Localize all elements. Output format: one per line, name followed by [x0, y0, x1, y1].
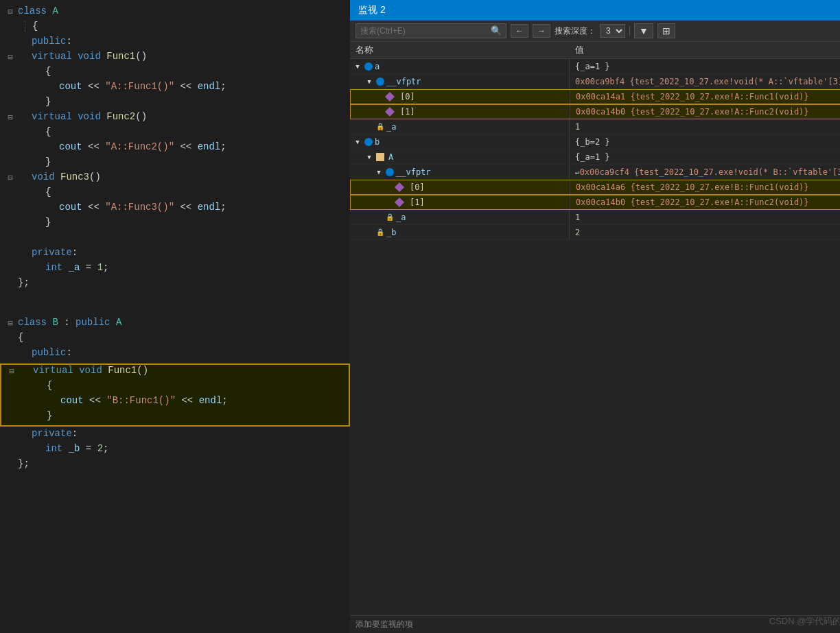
code-line: {: [1, 380, 349, 395]
code-line: }: [1, 410, 349, 425]
toolbar-divider: [629, 26, 630, 36]
tree-row-vfptr-a-1[interactable]: [1] 0x00ca14b0 {test_2022_10_27.exe!A::F…: [350, 104, 840, 119]
code-line: private:: [0, 247, 350, 262]
tree-cell-name: a: [350, 59, 570, 73]
type-icon: [395, 198, 404, 207]
code-editor: ⊟ class A { public: ⊟ virtual void Func1…: [0, 0, 350, 633]
watch-panel: 监视 2 🔍 ← → 搜索深度： 3 1 2 4 5 ▼ ⊞ 名称: [350, 0, 840, 633]
nav-back-button[interactable]: ←: [511, 24, 528, 38]
tree-cell-name: __vfptr: [350, 74, 570, 88]
code-gap: [0, 292, 350, 317]
watermark: CSDN @学代码的咸鱼: [769, 615, 840, 628]
code-line: int _a = 1;: [0, 262, 350, 277]
tree-row-b[interactable]: b {_b=2 }: [350, 134, 840, 150]
code-line: {: [0, 332, 350, 347]
tree-cell-name: b: [350, 134, 570, 149]
expand-icon: [374, 213, 384, 222]
code-line: public:: [0, 36, 350, 51]
expand-icon: [375, 107, 384, 117]
tree-row-b-A-vfptr[interactable]: __vfptr ↵ 0x00ca9cf4 {test_2022_10_27.ex…: [350, 165, 840, 180]
code-line: }: [0, 217, 350, 232]
watch-panel-container: 监视 2 🔍 ← → 搜索深度： 3 1 2 4 5 ▼ ⊞ 名称: [350, 0, 840, 633]
expand-icon[interactable]: [353, 62, 362, 71]
search-depth-select[interactable]: 3 1 2 4 5: [600, 24, 625, 38]
watch-toolbar: 🔍 ← → 搜索深度： 3 1 2 4 5 ▼ ⊞: [350, 21, 840, 42]
header-name: 名称: [350, 44, 570, 56]
code-line: ⊟ virtual void Func2(): [0, 111, 350, 126]
tree-cell-name: 🔒 _b: [350, 225, 570, 239]
type-icon: [376, 77, 384, 86]
type-icon: [385, 107, 395, 117]
type-icon: 🔒: [386, 213, 394, 222]
code-line: [0, 232, 350, 247]
expand-icon[interactable]: [364, 152, 374, 162]
expand-icon: [375, 92, 384, 101]
code-line: };: [0, 277, 350, 292]
expand-icon[interactable]: [353, 137, 362, 147]
code-line: };: [0, 458, 350, 473]
tree-row-b-b[interactable]: 🔒 _b 2: [350, 225, 840, 240]
code-line: public:: [0, 347, 350, 362]
tree-row-b-A-a[interactable]: 🔒 _a 1: [350, 210, 840, 225]
tree-cell-value: 2: [570, 225, 840, 239]
type-icon: [364, 62, 373, 71]
code-line: {: [0, 21, 350, 36]
tree-row-a[interactable]: a {_a=1 }: [350, 59, 840, 74]
code-line: cout << "B::Func1()" << endl;: [1, 395, 349, 410]
watch-table-header: 名称 值: [350, 42, 840, 59]
expand-icon: [384, 182, 394, 192]
code-line: ⊟ virtual void Func1(): [1, 365, 349, 380]
expand-icon[interactable]: [374, 167, 384, 177]
code-line: {: [0, 66, 350, 81]
tree-cell-value: 0x00ca14a1 {test_2022_10_27.exe!A::Func1…: [570, 90, 840, 104]
search-box[interactable]: 🔍: [355, 23, 506, 38]
expand-icon[interactable]: [364, 77, 374, 86]
header-value: 值: [570, 44, 840, 56]
search-depth-label: 搜索深度：: [555, 25, 596, 37]
tree-cell-value: 0x00ca14b0 {test_2022_10_27.exe!A::Func2…: [570, 195, 840, 209]
tree-row-b-A-vfptr-0[interactable]: [0] 0x00ca14a6 {test_2022_10_27.exe!B::F…: [350, 180, 840, 195]
tree-cell-value: 1: [570, 210, 840, 224]
code-line: }: [0, 156, 350, 171]
code-line: cout << "A::Func2()" << endl;: [0, 141, 350, 156]
columns-button[interactable]: ⊞: [657, 23, 675, 38]
type-icon: [364, 138, 373, 146]
expand-icon: [364, 228, 374, 237]
filter-button[interactable]: ▼: [634, 23, 653, 38]
code-line: ⊟ class B : public A: [0, 317, 350, 332]
expand-icon: [384, 198, 394, 207]
code-line: {: [0, 126, 350, 141]
search-input[interactable]: [360, 26, 491, 36]
type-icon: [386, 168, 394, 176]
search-icon[interactable]: 🔍: [491, 25, 502, 36]
tree-cell-value: 1: [570, 119, 840, 134]
tree-cell-value: 0x00ca9bf4 {test_2022_10_27.exe!void(* A…: [570, 74, 840, 88]
code-line: {: [0, 187, 350, 202]
type-icon: 🔒: [376, 228, 384, 237]
tree-row-vfptr-a[interactable]: __vfptr 0x00ca9bf4 {test_2022_10_27.exe!…: [350, 74, 840, 89]
tree-cell-value: {_a=1 }: [570, 59, 840, 73]
tree-cell-name: [0]: [351, 90, 570, 104]
tree-cell-name: [1]: [351, 195, 570, 209]
watch-tree[interactable]: a {_a=1 } __vfptr 0x00ca9bf4 {test_2022_…: [350, 59, 840, 615]
nav-forward-button[interactable]: →: [533, 24, 550, 38]
tree-cell-name: A: [350, 150, 570, 164]
tree-row-vfptr-a-0[interactable]: [0] 0x00ca14a1 {test_2022_10_27.exe!A::F…: [350, 89, 840, 104]
code-line: ⊟ void Func3(): [0, 171, 350, 187]
type-icon: [385, 92, 395, 101]
class-icon: [376, 153, 384, 161]
code-line: cout << "A::Func1()" << endl;: [0, 81, 350, 96]
tree-row-a-field[interactable]: 🔒 _a 1: [350, 119, 840, 134]
type-icon: 🔒: [376, 123, 384, 131]
tree-row-b-A-vfptr-1[interactable]: [1] 0x00ca14b0 {test_2022_10_27.exe!A::F…: [350, 195, 840, 210]
tree-cell-name: 🔒 _a: [350, 210, 570, 224]
tree-cell-value: 0x00ca14a6 {test_2022_10_27.exe!B::Func1…: [570, 180, 840, 194]
code-line: cout << "A::Func3()" << endl;: [0, 202, 350, 217]
tree-row-b-A[interactable]: A {_a=1 }: [350, 150, 840, 165]
tree-cell-name: __vfptr: [350, 165, 570, 179]
tree-cell-name: [0]: [351, 180, 570, 194]
code-line: ⊟ class A: [0, 5, 350, 21]
tree-cell-value: 0x00ca14b0 {test_2022_10_27.exe!A::Func2…: [570, 105, 840, 119]
tree-cell-value: ↵ 0x00ca9cf4 {test_2022_10_27.exe!void(*…: [570, 165, 840, 179]
add-watch-row[interactable]: 添加要监视的项: [350, 615, 840, 633]
